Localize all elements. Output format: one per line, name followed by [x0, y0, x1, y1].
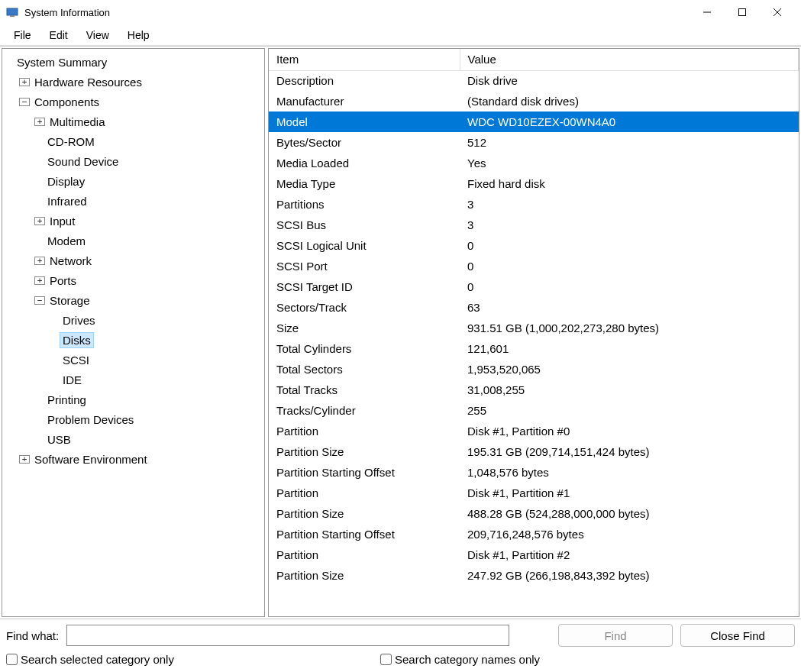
tree-item[interactable]: System Summary — [4, 52, 263, 72]
detail-row[interactable]: SCSI Port0 — [269, 256, 799, 276]
detail-row[interactable]: Media LoadedYes — [269, 153, 799, 173]
tree-item[interactable]: IDE — [4, 370, 263, 389]
category-tree[interactable]: System Summary+Hardware Resources−Compon… — [2, 48, 265, 617]
detail-row[interactable]: SCSI Target ID0 — [269, 276, 799, 297]
close-find-button[interactable]: Close Find — [680, 624, 795, 647]
tree-item[interactable]: Printing — [4, 389, 263, 409]
tree-item[interactable]: +Ports — [4, 270, 263, 290]
detail-item: SCSI Bus — [269, 215, 460, 235]
tree-item-label: Ports — [47, 273, 79, 288]
tree-item[interactable]: Disks — [4, 330, 263, 350]
find-input[interactable] — [66, 625, 509, 646]
detail-item: Media Type — [269, 173, 460, 194]
tree-item[interactable]: SCSI — [4, 350, 263, 370]
detail-row[interactable]: Partition Starting Offset209,716,248,576… — [269, 524, 799, 544]
tree-item[interactable]: +Software Environment — [4, 449, 263, 469]
detail-value: Yes — [460, 153, 799, 173]
detail-item: Manufacturer — [269, 91, 460, 111]
tree-item[interactable]: −Components — [4, 92, 263, 111]
tree-item[interactable]: +Input — [4, 211, 263, 231]
detail-row[interactable]: ModelWDC WD10EZEX-00WN4A0 — [269, 111, 799, 132]
detail-item: Partitions — [269, 194, 460, 215]
tree-item[interactable]: Drives — [4, 310, 263, 330]
menu-view[interactable]: View — [77, 26, 118, 44]
detail-row[interactable]: Size931.51 GB (1,000,202,273,280 bytes) — [269, 318, 799, 338]
tree-item-label: SCSI — [60, 353, 92, 367]
expand-icon[interactable]: + — [19, 455, 30, 464]
tree-item-label: Input — [47, 214, 77, 228]
tree-item[interactable]: Display — [4, 171, 263, 191]
detail-item: SCSI Logical Unit — [269, 235, 460, 256]
expand-icon[interactable]: + — [34, 118, 45, 126]
column-value[interactable]: Value — [460, 49, 799, 70]
menu-edit[interactable]: Edit — [40, 26, 77, 44]
tree-item[interactable]: Modem — [4, 231, 263, 250]
search-selected-only-option[interactable]: Search selected category only — [6, 653, 174, 666]
find-button[interactable]: Find — [558, 624, 673, 647]
detail-value: 121,601 — [460, 338, 799, 359]
minimize-button[interactable] — [690, 0, 725, 24]
detail-scroll[interactable]: Item Value DescriptionDisk driveManufact… — [269, 49, 799, 616]
collapse-icon[interactable]: − — [19, 98, 30, 106]
detail-row[interactable]: Partition Size195.31 GB (209,714,151,424… — [269, 441, 799, 462]
detail-row[interactable]: DescriptionDisk drive — [269, 70, 799, 91]
collapse-icon[interactable]: − — [34, 296, 45, 305]
tree-item-label: Software Environment — [32, 452, 150, 467]
detail-row[interactable]: Partition Starting Offset1,048,576 bytes — [269, 462, 799, 483]
detail-row[interactable]: PartitionDisk #1, Partition #0 — [269, 421, 799, 441]
menu-file[interactable]: File — [5, 26, 40, 44]
tree-item-label: CD-ROM — [45, 134, 97, 149]
column-item[interactable]: Item — [269, 49, 460, 70]
tree-item[interactable]: +Network — [4, 250, 263, 270]
detail-row[interactable]: Tracks/Cylinder255 — [269, 400, 799, 421]
tree-item-label: Display — [45, 174, 87, 189]
detail-row[interactable]: Total Tracks31,008,255 — [269, 380, 799, 400]
detail-value: (Standard disk drives) — [460, 91, 799, 111]
detail-item: Partition — [269, 544, 460, 565]
detail-row[interactable]: Total Sectors1,953,520,065 — [269, 359, 799, 380]
detail-item: Total Sectors — [269, 359, 460, 380]
detail-row[interactable]: Partition Size247.92 GB (266,198,843,392… — [269, 565, 799, 586]
maximize-button[interactable] — [725, 0, 760, 24]
detail-row[interactable]: Sectors/Track63 — [269, 297, 799, 318]
tree-item-label: Disks — [60, 333, 93, 347]
detail-value: 488.28 GB (524,288,000,000 bytes) — [460, 503, 799, 524]
tree-item[interactable]: +Multimedia — [4, 111, 263, 131]
tree-item[interactable]: +Hardware Resources — [4, 72, 263, 92]
detail-row[interactable]: PartitionDisk #1, Partition #2 — [269, 544, 799, 565]
detail-row[interactable]: PartitionDisk #1, Partition #1 — [269, 483, 799, 503]
detail-row[interactable]: Bytes/Sector512 — [269, 132, 799, 153]
detail-value: 512 — [460, 132, 799, 153]
detail-value: Disk #1, Partition #2 — [460, 544, 799, 565]
expand-icon[interactable]: + — [19, 78, 30, 86]
detail-row[interactable]: Media TypeFixed hard disk — [269, 173, 799, 194]
tree-item[interactable]: Infrared — [4, 191, 263, 211]
detail-value: 1,048,576 bytes — [460, 462, 799, 483]
detail-item: SCSI Port — [269, 256, 460, 276]
menu-help[interactable]: Help — [118, 26, 159, 44]
expand-icon[interactable]: + — [34, 217, 45, 225]
search-category-names-only-option[interactable]: Search category names only — [380, 653, 540, 666]
detail-row[interactable]: Manufacturer(Standard disk drives) — [269, 91, 799, 111]
find-bar: Find what: Find Close Find Search select… — [0, 619, 801, 672]
detail-row[interactable]: Total Cylinders121,601 — [269, 338, 799, 359]
detail-item: Partition — [269, 421, 460, 441]
detail-row[interactable]: Partitions3 — [269, 194, 799, 215]
expand-icon[interactable]: + — [34, 276, 45, 285]
detail-item: Media Loaded — [269, 153, 460, 173]
detail-row[interactable]: Partition Size488.28 GB (524,288,000,000… — [269, 503, 799, 524]
detail-table: Item Value DescriptionDisk driveManufact… — [269, 49, 799, 586]
expand-icon[interactable]: + — [34, 257, 45, 265]
tree-item[interactable]: USB — [4, 429, 263, 449]
tree-item[interactable]: −Storage — [4, 290, 263, 310]
tree-item[interactable]: Problem Devices — [4, 409, 263, 429]
app-icon — [6, 6, 18, 18]
detail-item: Partition Size — [269, 441, 460, 462]
close-button[interactable] — [760, 0, 795, 24]
tree-item-label: Multimedia — [47, 115, 108, 129]
tree-item[interactable]: Sound Device — [4, 151, 263, 171]
detail-row[interactable]: SCSI Bus3 — [269, 215, 799, 235]
window-title: System Information — [24, 7, 690, 18]
tree-item[interactable]: CD-ROM — [4, 131, 263, 151]
detail-row[interactable]: SCSI Logical Unit0 — [269, 235, 799, 256]
